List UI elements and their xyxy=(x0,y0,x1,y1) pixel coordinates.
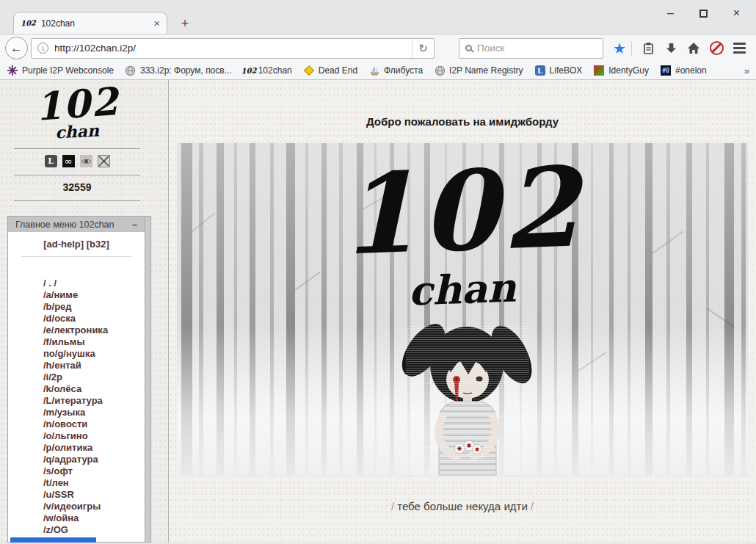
banner-logo-102: 102 xyxy=(338,143,589,280)
board-link[interactable]: /k/олёса xyxy=(43,383,145,395)
downloads-button[interactable] xyxy=(660,37,683,59)
board-link[interactable]: /t/лен xyxy=(43,477,145,489)
board-link[interactable]: /a/ниме xyxy=(43,289,145,301)
board-link[interactable]: /w/ойна xyxy=(43,512,145,524)
bookmark-label: Флибуста xyxy=(384,65,423,76)
reload-button[interactable]: ↻ xyxy=(412,39,434,58)
board-link[interactable]: /f/ильмы xyxy=(43,336,145,348)
divider xyxy=(14,175,140,175)
bookmark-flibusta[interactable]: Флибуста xyxy=(368,65,423,76)
close-button[interactable]: × xyxy=(720,2,753,24)
dark-square-icon: #0 xyxy=(660,65,672,76)
board-link[interactable]: /u/SSR xyxy=(43,489,145,501)
clipboard-button[interactable] xyxy=(637,37,660,59)
board-link[interactable]: /z/OG xyxy=(43,524,145,536)
home-button[interactable] xyxy=(683,37,705,59)
menu-scrollbar[interactable] xyxy=(145,216,151,543)
bookmark-purple-i2p[interactable]: Purple I2P Webconsole xyxy=(7,65,114,76)
url-input[interactable] xyxy=(48,39,412,58)
bookmark-333-i2p[interactable]: 333.i2p: Форум, посв... xyxy=(125,65,232,76)
globe-icon xyxy=(125,65,137,76)
bookmark-onelon[interactable]: #0 #onelon xyxy=(660,65,707,76)
footer-slash: / xyxy=(388,500,397,512)
board-link[interactable]: /p/олитика xyxy=(43,442,145,454)
board-link[interactable]: по/g/нушка xyxy=(43,348,145,360)
main-menu-header: Главное меню 102chan – xyxy=(8,217,145,232)
ad-help-link[interactable]: [ad-help] xyxy=(43,239,84,250)
board-link[interactable]: /d/оска xyxy=(43,313,145,324)
minimize-button[interactable]: – xyxy=(654,2,687,24)
board-link[interactable]: /q/адратура xyxy=(43,454,145,465)
crossed-box-icon[interactable] xyxy=(98,155,110,167)
board-link[interactable]: /h/ентай xyxy=(43,360,145,371)
search-input[interactable] xyxy=(477,43,607,54)
livejournal-icon[interactable]: L xyxy=(45,155,57,167)
site-info-icon[interactable]: i xyxy=(37,43,48,54)
infinity-icon[interactable]: ∞ xyxy=(62,155,75,167)
browser-tab[interactable]: 102 102chan × xyxy=(13,12,167,34)
collapse-minus-icon[interactable]: – xyxy=(132,220,137,230)
globe-icon xyxy=(434,65,446,76)
search-bar[interactable] xyxy=(459,38,603,59)
page-content: 102 chan L ∞ 32559 Главное меню 102chan xyxy=(0,80,756,543)
main-area: Добро пожаловать на имиджборду xyxy=(169,80,756,543)
yellow-diamond-icon xyxy=(303,65,315,76)
bookmark-dead-end[interactable]: Dead End xyxy=(303,65,357,76)
window-controls: – × xyxy=(654,2,753,24)
board-link[interactable]: /e/лектроника xyxy=(43,324,145,336)
bookmark-i2p-name-registry[interactable]: I2P Name Registry xyxy=(434,65,523,76)
block-icon xyxy=(710,41,724,55)
board-link[interactable]: /b/ред xyxy=(43,301,145,313)
visitor-counter: 32559 xyxy=(0,181,154,193)
footer-tagline: /тебе больше некуда идти/ xyxy=(388,500,537,512)
divider xyxy=(14,148,140,149)
bookmark-label: LifeBOX xyxy=(550,65,583,76)
board-link[interactable]: /n/овости xyxy=(43,418,145,430)
divider xyxy=(21,256,131,257)
titlebar: 102 102chan × + – × xyxy=(0,0,756,34)
board-link[interactable]: / . / xyxy=(43,278,145,289)
tab-favicon-102-icon: 102 xyxy=(21,18,36,27)
bookmark-102chan[interactable]: 102 102chan xyxy=(243,65,292,76)
eye-icon[interactable] xyxy=(80,155,92,167)
bookmark-label: Dead End xyxy=(319,65,357,76)
search-icon xyxy=(465,45,472,51)
102-favicon-icon: 102 xyxy=(242,65,255,77)
bookmark-label: 333.i2p: Форум, посв... xyxy=(140,65,232,76)
tab-close-icon[interactable]: × xyxy=(153,18,160,29)
menu-button[interactable] xyxy=(728,37,751,59)
bookmark-label: Purple I2P Webconsole xyxy=(22,65,114,76)
sidebar: 102 chan L ∞ 32559 Главное меню 102chan xyxy=(0,80,169,543)
hamburger-icon xyxy=(733,43,746,54)
board-link[interactable]: /m/узыка xyxy=(43,407,145,418)
bookmarks-toolbar: Purple I2P Webconsole 333.i2p: Форум, по… xyxy=(0,62,756,80)
back-button[interactable]: ← xyxy=(5,37,28,59)
navigation-toolbar: ← i ↻ ★ xyxy=(0,34,756,62)
new-tab-button[interactable]: + xyxy=(175,15,195,32)
board-link[interactable]: /v/идеоигры xyxy=(43,501,145,512)
main-menu-body: [ad-help] [b32] / . / /a/ниме /b/ред /d/… xyxy=(8,232,145,542)
maximize-button[interactable] xyxy=(687,2,720,24)
maximize-icon xyxy=(699,10,708,18)
board-link[interactable]: /L/итература xyxy=(43,395,145,407)
content-blocker-button[interactable] xyxy=(705,37,728,59)
overflow-chevron-icon[interactable]: » xyxy=(744,65,749,76)
url-bar[interactable]: i ↻ xyxy=(31,38,435,59)
bookmark-label: 102chan xyxy=(258,65,292,76)
blue-l-square-icon: L xyxy=(534,65,546,76)
board-link[interactable]: /s/офт xyxy=(43,465,145,477)
ship-icon xyxy=(368,65,380,76)
page-title: Добро пожаловать на имиджборду xyxy=(366,115,559,128)
bookmark-lifebox[interactable]: L LifeBOX xyxy=(534,65,583,76)
back-arrow-icon: ← xyxy=(10,41,23,56)
b32-link[interactable]: [b32] xyxy=(87,239,109,250)
bookmark-star-icon[interactable]: ★ xyxy=(613,41,626,56)
bookmark-identyguy[interactable]: IdentyGuy xyxy=(593,65,649,76)
sidebar-icon-row: L ∞ xyxy=(0,155,154,167)
board-list: / . / /a/ниме /b/ред /d/оска /e/лектрони… xyxy=(8,278,145,536)
status-strip xyxy=(10,537,96,543)
red-green-square-icon xyxy=(593,65,605,76)
board-link[interactable]: /o/льгино xyxy=(43,430,145,442)
tab-title: 102chan xyxy=(41,18,75,29)
board-link[interactable]: /i/2p xyxy=(43,371,145,383)
